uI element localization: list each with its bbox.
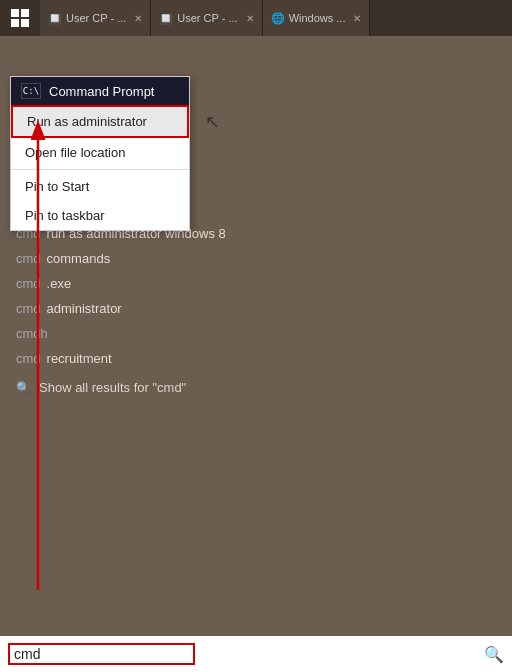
result-4-prefix: cmd [16, 276, 41, 291]
tab-3-label: Windows ... [289, 12, 346, 24]
pin-to-start-label: Pin to Start [25, 179, 89, 194]
result-4-suffix: .exe [47, 276, 72, 291]
result-item-7[interactable]: cmd recruitment [16, 346, 496, 371]
tab-3[interactable]: 🌐 Windows ... ✕ [263, 0, 371, 36]
start-menu: C:\ Command Prompt Run as administrator … [0, 36, 512, 636]
result-7-prefix: cmd [16, 351, 41, 366]
tab-3-close[interactable]: ✕ [353, 13, 361, 24]
tab-1-icon: 🔲 [48, 12, 62, 25]
context-menu-header: C:\ Command Prompt [11, 77, 189, 105]
result-3-prefix: cmd [16, 251, 41, 266]
open-file-location-label: Open file location [25, 145, 125, 160]
run-as-admin-item[interactable]: Run as administrator [11, 105, 189, 138]
context-menu: C:\ Command Prompt Run as administrator … [10, 76, 190, 231]
tab-2-label: User CP - ... [177, 12, 237, 24]
svg-rect-2 [11, 19, 19, 27]
search-bar: 🔍 [0, 636, 512, 672]
svg-rect-0 [11, 9, 19, 17]
result-item-6[interactable]: cmdh [16, 321, 496, 346]
open-file-location-item[interactable]: Open file location [11, 138, 189, 167]
svg-rect-1 [21, 9, 29, 17]
result-3-suffix: commands [47, 251, 111, 266]
show-all-results[interactable]: 🔍 Show all results for "cmd" [16, 375, 496, 400]
result-7-suffix: recruitment [47, 351, 112, 366]
tab-1[interactable]: 🔲 User CP - ... ✕ [40, 0, 151, 36]
cmd-icon: C:\ [21, 83, 41, 99]
pin-to-taskbar-label: Pin to taskbar [25, 208, 105, 223]
context-divider [11, 169, 189, 170]
result-item-4[interactable]: cmd.exe [16, 271, 496, 296]
tab-2-icon: 🔲 [159, 12, 173, 25]
tab-3-icon: 🌐 [271, 12, 285, 25]
search-input[interactable] [14, 646, 189, 662]
tab-2-close[interactable]: ✕ [246, 13, 254, 24]
windows-logo[interactable] [0, 0, 40, 36]
result-item-3[interactable]: cmd commands [16, 246, 496, 271]
tab-1-label: User CP - ... [66, 12, 126, 24]
result-item-5[interactable]: cmd administrator [16, 296, 496, 321]
browser-tabs: 🔲 User CP - ... ✕ 🔲 User CP - ... ✕ 🌐 Wi… [40, 0, 512, 36]
run-as-admin-label: Run as administrator [27, 114, 147, 129]
context-header-label: Command Prompt [49, 84, 154, 99]
pin-to-taskbar-item[interactable]: Pin to taskbar [11, 201, 189, 230]
tab-1-close[interactable]: ✕ [134, 13, 142, 24]
svg-rect-3 [21, 19, 29, 27]
show-all-search-icon: 🔍 [16, 381, 31, 395]
show-all-label: Show all results for "cmd" [39, 380, 186, 395]
result-5-suffix: administrator [47, 301, 122, 316]
result-6-prefix: cmdh [16, 326, 48, 341]
search-input-container [8, 643, 195, 665]
result-5-prefix: cmd [16, 301, 41, 316]
pin-to-start-item[interactable]: Pin to Start [11, 172, 189, 201]
search-button-icon[interactable]: 🔍 [484, 645, 504, 664]
tab-2[interactable]: 🔲 User CP - ... ✕ [151, 0, 262, 36]
taskbar-top: 🔲 User CP - ... ✕ 🔲 User CP - ... ✕ 🌐 Wi… [0, 0, 512, 36]
